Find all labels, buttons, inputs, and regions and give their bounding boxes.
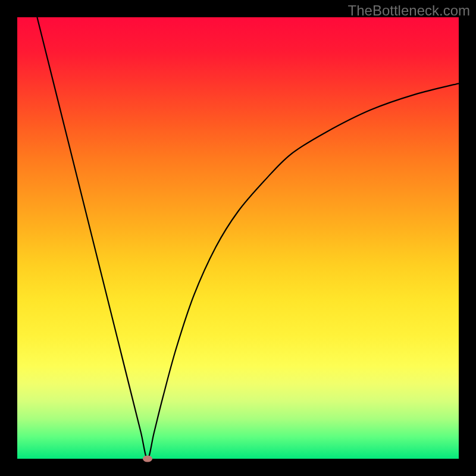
plot-area <box>17 17 459 459</box>
bottleneck-curve <box>17 17 459 459</box>
watermark-text: TheBottleneck.com <box>348 2 470 19</box>
minimum-marker <box>143 456 152 462</box>
chart-frame: TheBottleneck.com <box>0 0 476 476</box>
